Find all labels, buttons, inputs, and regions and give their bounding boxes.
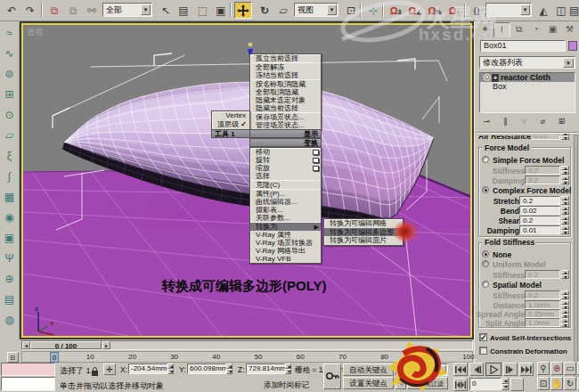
named-selection-sets-button[interactable]: {} — [468, 2, 485, 19]
window-crossing-button[interactable]: ▣ — [212, 2, 230, 19]
uniform-stiffness-field[interactable]: 0.2 — [525, 270, 560, 279]
viewport-label[interactable]: 透视 — [27, 27, 43, 38]
menu-item-convert-to-editable-mesh[interactable]: 转换为可编辑网格 — [324, 219, 403, 228]
key-mode-toggle-button[interactable] — [453, 378, 468, 391]
menu-item-display-7[interactable]: 保存场景状态... — [250, 113, 321, 121]
open-mini-track-button[interactable]: ⊟ — [7, 352, 19, 363]
reference-coordinate-dropdown[interactable]: 视图▼ — [294, 3, 338, 17]
reactor-rope-button[interactable]: ∫ — [1, 168, 18, 185]
menu-item-display-0[interactable]: 孤立当前选择 — [250, 54, 321, 62]
select-and-manipulate-button[interactable]: ⊹ — [364, 2, 382, 19]
fm-stiffness-field[interactable]: 0.2 — [525, 166, 560, 175]
previous-frame-button[interactable] — [469, 363, 484, 376]
fm-bend-spinner[interactable] — [561, 206, 569, 215]
settings-box-icon[interactable] — [313, 158, 319, 163]
menu-item-convert-to-editable-patch[interactable]: 转换为可编辑面片 — [324, 236, 403, 245]
layer-manager-button[interactable]: ▤ — [568, 2, 579, 19]
select-and-link-button[interactable]: ⧉ — [45, 2, 63, 19]
reactor-spring-button[interactable]: ξ — [1, 148, 18, 165]
maxscript-listener-pink[interactable] — [1, 363, 55, 376]
menu-item-vray-mesh-export[interactable]: V-Ray 网格导出 — [250, 247, 321, 255]
zoom-extents-button[interactable]: ▭ — [564, 362, 576, 375]
y-coordinate-field[interactable]: 600.098mm — [187, 363, 226, 374]
fm-damping2-spinner[interactable] — [561, 225, 569, 234]
current-frame-field[interactable]: 0 — [469, 378, 502, 390]
reactor-water-button[interactable]: ≈ — [1, 25, 18, 42]
zoom-button[interactable]: ⚲ — [537, 362, 550, 375]
quad-header-transform[interactable]: 变换 — [249, 138, 322, 147]
fm-damping2-field[interactable]: 0.01 — [519, 225, 560, 234]
spinner-down[interactable] — [561, 230, 569, 234]
spinner-down[interactable] — [226, 369, 232, 374]
constrain-deformation-checkbox[interactable] — [479, 347, 487, 355]
selection-filter-dropdown[interactable]: 全部▼ — [102, 3, 152, 17]
reactor-analyze-button[interactable]: ⊕ — [1, 271, 18, 288]
y-coordinate-spinner[interactable] — [226, 363, 232, 374]
configure-modifier-sets-button[interactable]: ⊞ — [554, 116, 569, 128]
go-to-start-button[interactable] — [453, 363, 468, 376]
menu-item-scale[interactable]: 缩放 — [250, 164, 321, 172]
reactor-toy-car-button[interactable]: ⊚ — [1, 66, 18, 83]
angle-snap-toggle-button[interactable]: Ω∠ — [406, 2, 424, 19]
add-time-tag[interactable]: 添加时间标记 — [264, 380, 309, 391]
undo-button[interactable]: ↶ — [3, 2, 20, 19]
time-slider-track[interactable]: ◂0 / 100▸ — [21, 340, 473, 350]
stack-row-reactor-cloth[interactable]: ⦿+reactor Cloth — [480, 73, 575, 82]
fm-damping-spinner[interactable] — [561, 176, 569, 184]
reactor-motor-button[interactable]: ⊙ — [1, 107, 18, 124]
menu-item-move[interactable]: 移动 — [250, 148, 321, 156]
spinner-down[interactable] — [167, 369, 174, 374]
time-slider-button[interactable]: 0 / 100 — [30, 341, 102, 349]
remove-modifier-button[interactable]: ⌀ — [535, 116, 550, 128]
menu-item-display-6[interactable]: 隐藏当前选择 — [250, 104, 321, 112]
spatial-stiffness-spinner[interactable] — [561, 290, 569, 299]
object-name-field[interactable]: Box01 — [480, 40, 566, 52]
redo-button[interactable]: ↷ — [21, 2, 39, 19]
fm-stiffness-spinner[interactable] — [561, 166, 569, 175]
menu-item-curve-editor[interactable]: 曲线编辑器... — [250, 198, 321, 206]
named-selection-dropdown[interactable]: ▼ — [485, 3, 532, 17]
uniform-stiffness-spinner[interactable] — [561, 270, 569, 279]
show-end-result-button[interactable]: ∥ — [498, 116, 513, 128]
spread-angle-spinner[interactable] — [561, 309, 569, 318]
select-and-scale-button[interactable]: ▱ — [274, 2, 292, 19]
menu-item-dope-sheet[interactable]: 摄影表... — [250, 206, 321, 214]
perspective-viewport[interactable]: zx 透视 转换成可编辑多边形(POLY) — [21, 23, 472, 338]
use-pivot-point-center-button[interactable]: ⊡ — [342, 2, 360, 19]
uniform-model-radio[interactable] — [482, 260, 489, 267]
tab-modify[interactable]: ⌇ — [493, 22, 510, 37]
menu-item-vray-vfb[interactable]: V-Ray VFB — [250, 255, 321, 263]
reactor-wind-button[interactable]: ∿ — [1, 45, 18, 62]
spinner-down[interactable] — [561, 170, 569, 175]
trackbar-frame-marker[interactable]: 0 — [50, 352, 59, 363]
make-unique-button[interactable]: ⋎ — [517, 116, 532, 128]
fm-damping-field[interactable]: 0.2 — [525, 176, 560, 184]
spinner-up[interactable] — [502, 378, 509, 384]
fm-stretch-spinner[interactable] — [561, 196, 569, 205]
go-to-end-button[interactable] — [519, 363, 534, 376]
modifier-list-dropdown[interactable]: 修改器列表▼ — [479, 56, 575, 69]
pin-stack-button[interactable]: ⊸ — [479, 116, 494, 128]
align-button[interactable]: ◫ — [552, 2, 570, 19]
menu-item-vray-properties[interactable]: V-Ray 属性 — [250, 231, 321, 239]
menu-item-convert-to-editable-poly[interactable]: 转换为可编辑多边形 — [324, 228, 403, 237]
menu-item-display-1[interactable]: 全部解冻 — [250, 63, 321, 71]
menu-item-display-2[interactable]: 冻结当前选择 — [250, 71, 321, 79]
percent-snap-toggle-button[interactable]: Ω% — [426, 2, 444, 19]
reactor-cloth-modifier-button[interactable]: ▦ — [1, 189, 18, 206]
fm-bend-field[interactable]: 0.02 — [519, 206, 560, 215]
spinner-snap-toggle-button[interactable]: Ω↕ — [445, 2, 463, 19]
unlink-selection-button[interactable]: ⧉ — [64, 2, 82, 19]
spatial-stiffness-field[interactable]: 0.2 — [525, 290, 560, 299]
dropdown-arrow-icon[interactable]: ▼ — [563, 58, 574, 68]
set-key-button[interactable]: 设置关键点 — [343, 377, 394, 389]
fm-shear-spinner[interactable] — [561, 216, 569, 225]
distance-field[interactable]: 1.0mm — [525, 300, 560, 309]
panel-scrollbar[interactable] — [574, 135, 578, 380]
absolute-mode-button[interactable]: ✛ — [103, 363, 116, 375]
spinner-down[interactable] — [561, 200, 569, 205]
bulb-icon[interactable]: ⦿ — [480, 73, 492, 82]
spinner-down[interactable] — [285, 369, 291, 374]
reactor-preview-button[interactable]: ▤ — [1, 291, 18, 308]
tab-motion[interactable]: ◔ — [527, 22, 544, 37]
